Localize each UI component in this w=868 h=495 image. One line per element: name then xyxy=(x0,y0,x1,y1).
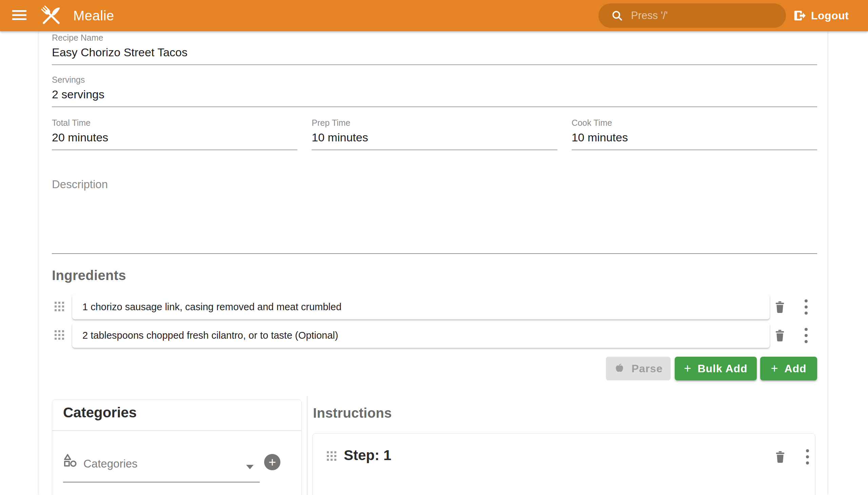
delete-step-button[interactable] xyxy=(773,449,788,464)
description-field: Description xyxy=(52,177,817,254)
trash-icon xyxy=(773,300,787,313)
bulk-add-label: Bulk Add xyxy=(697,362,747,375)
column-divider xyxy=(307,396,308,495)
plus-icon: + xyxy=(269,456,276,468)
total-time-input[interactable] xyxy=(52,128,297,150)
ingredient-menu-button[interactable] xyxy=(799,300,813,314)
menu-icon[interactable] xyxy=(12,10,27,22)
servings-field: Servings xyxy=(52,74,817,107)
ingredient-input-box xyxy=(72,294,770,319)
parse-label: Parse xyxy=(631,362,663,375)
search-input[interactable] xyxy=(631,10,760,22)
recipe-name-input[interactable] xyxy=(52,43,817,65)
logout-button[interactable]: Logout xyxy=(793,0,849,31)
prep-time-label: Prep Time xyxy=(311,118,557,128)
bulk-add-button[interactable]: + Bulk Add xyxy=(675,357,757,380)
step-menu-button[interactable] xyxy=(800,449,815,464)
description-label: Description xyxy=(52,177,817,192)
drag-handle-icon[interactable] xyxy=(55,302,65,312)
total-time-label: Total Time xyxy=(52,118,297,128)
cook-time-label: Cook Time xyxy=(572,118,817,128)
servings-label: Servings xyxy=(52,74,817,85)
servings-input[interactable] xyxy=(52,85,817,107)
ingredient-input-box xyxy=(72,323,770,348)
categories-title: Categories xyxy=(63,405,137,421)
add-label: Add xyxy=(784,362,806,375)
ingredients-heading: Ingredients xyxy=(52,268,126,283)
search-bar[interactable] xyxy=(598,3,786,28)
search-icon xyxy=(611,9,624,22)
ingredient-input[interactable] xyxy=(72,330,770,341)
ingredient-menu-button[interactable] xyxy=(799,328,813,343)
chevron-down-icon[interactable] xyxy=(246,465,254,469)
prep-time-input[interactable] xyxy=(311,128,557,150)
ingredient-row xyxy=(39,323,827,348)
delete-ingredient-button[interactable] xyxy=(772,328,787,343)
drag-handle-icon[interactable] xyxy=(327,451,337,461)
divider xyxy=(52,430,302,431)
kebab-menu-icon xyxy=(806,449,809,464)
kebab-menu-icon xyxy=(805,300,807,314)
recipe-name-label: Recipe Name xyxy=(52,33,817,43)
instructions-heading: Instructions xyxy=(313,406,392,421)
prep-time-field: Prep Time xyxy=(311,118,557,150)
description-textarea[interactable] xyxy=(52,192,817,246)
delete-ingredient-button[interactable] xyxy=(772,300,787,314)
apple-icon xyxy=(614,363,625,374)
mealie-recipe-editor: Mealie Logout Recipe Name Servings xyxy=(0,0,868,495)
times-row: Total Time Prep Time Cook Time xyxy=(52,118,817,150)
plus-icon: + xyxy=(684,362,691,375)
plus-icon: + xyxy=(771,362,778,375)
app-header: Mealie Logout xyxy=(0,0,868,31)
cook-time-field: Cook Time xyxy=(572,118,817,150)
select-underline xyxy=(63,482,260,482)
logout-icon xyxy=(793,9,806,22)
trash-icon xyxy=(773,328,787,342)
recipe-editor-card: Recipe Name Servings Total Time Prep Tim… xyxy=(39,31,827,495)
parse-button[interactable]: Parse xyxy=(606,357,671,380)
trash-icon xyxy=(773,450,787,463)
ingredient-input[interactable] xyxy=(72,302,770,312)
logout-label: Logout xyxy=(811,10,849,22)
add-ingredient-button[interactable]: + Add xyxy=(760,357,817,380)
recipe-name-field: Recipe Name xyxy=(52,33,817,65)
instruction-step-card: Step: 1 Combine crumbled chorizo and chi… xyxy=(312,433,815,495)
categories-card: Categories Categories + xyxy=(52,399,302,495)
cook-time-input[interactable] xyxy=(572,128,817,150)
total-time-field: Total Time xyxy=(52,118,297,150)
categories-select[interactable]: Categories xyxy=(83,457,138,470)
drag-handle-icon[interactable] xyxy=(55,330,65,340)
shapes-icon xyxy=(62,453,78,468)
step-title: Step: 1 xyxy=(344,447,391,463)
mealie-logo-icon xyxy=(39,3,64,28)
kebab-menu-icon xyxy=(805,328,807,343)
ingredient-row xyxy=(39,294,827,319)
app-title: Mealie xyxy=(73,0,114,31)
add-category-button[interactable]: + xyxy=(264,454,280,470)
